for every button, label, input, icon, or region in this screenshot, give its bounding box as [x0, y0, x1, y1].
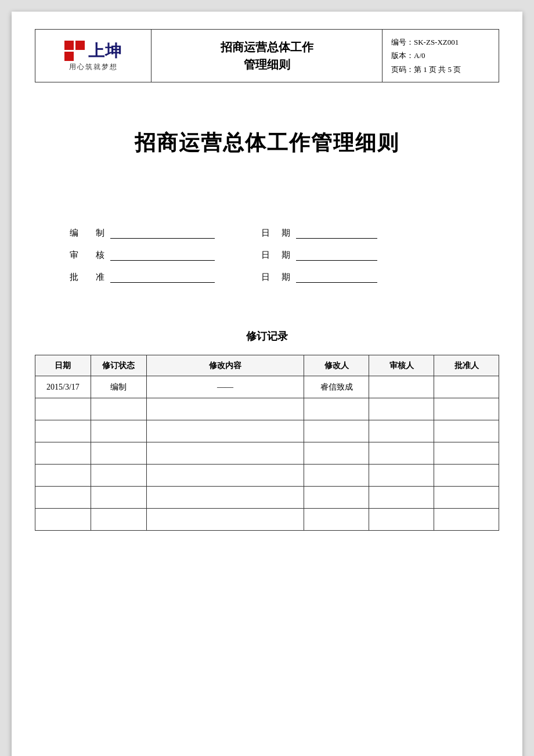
cell-status: [91, 398, 146, 420]
table-row: [35, 398, 499, 420]
revision-section: 修订记录 日期 修订状态 修改内容 修改人 审核人 批准人 2015/3/17编…: [35, 329, 499, 531]
form-label-shenhe: 审核: [70, 250, 104, 261]
revision-table: 日期 修订状态 修改内容 修改人 审核人 批准人 2015/3/17编制——睿信…: [35, 355, 499, 531]
logo-container: 上坤: [64, 40, 122, 62]
version-value: A/0: [414, 51, 425, 60]
form-label-pizhun: 批准: [70, 272, 104, 283]
form-line-shenhe: [110, 249, 215, 261]
cell-modifier: [304, 442, 369, 465]
document-page: 上坤 用心筑就梦想 招商运营总体工作 管理细则 编号：SK-ZS-XZ001 版…: [12, 12, 522, 756]
col-header-approver: 批准人: [434, 355, 499, 376]
cell-reviewer: [369, 465, 434, 487]
table-row: [35, 487, 499, 509]
form-row-bianzi: 编制 日期: [70, 227, 464, 239]
cell-modifier: [304, 398, 369, 420]
col-header-reviewer: 审核人: [369, 355, 434, 376]
form-date-line-2: [296, 249, 377, 261]
table-header-row: 日期 修订状态 修改内容 修改人 审核人 批准人: [35, 355, 499, 376]
page-label: 页码：: [391, 65, 414, 74]
cell-approver: [434, 376, 499, 398]
cell-content: [146, 509, 304, 531]
cell-status: [91, 420, 146, 442]
logo-square-bl: [64, 52, 74, 61]
cell-status: [91, 487, 146, 509]
code-value: SK-ZS-XZ001: [414, 38, 459, 46]
cell-content: [146, 487, 304, 509]
cell-approver: [434, 398, 499, 420]
header-title-line1: 招商运营总体工作: [221, 41, 313, 53]
cell-approver: [434, 487, 499, 509]
cell-status: 编制: [91, 376, 146, 398]
cell-modifier: [304, 420, 369, 442]
cell-content: [146, 442, 304, 465]
form-date-label-2: 日期: [261, 250, 290, 261]
cell-reviewer: [369, 398, 434, 420]
cell-reviewer: [369, 487, 434, 509]
header-code: 编号：SK-ZS-XZ001: [391, 35, 490, 49]
cell-reviewer: [369, 442, 434, 465]
code-label: 编号：: [391, 38, 414, 46]
cell-approver: [434, 442, 499, 465]
logo-square-br-empty: [75, 52, 85, 61]
table-row: [35, 420, 499, 442]
form-section: 编制 日期 审核 日期 批准 日期: [70, 227, 464, 283]
cell-reviewer: [369, 420, 434, 442]
header-title-line2: 管理细则: [244, 58, 290, 71]
header-page: 页码：第 1 页 共 5 页: [391, 63, 490, 76]
cell-modifier: [304, 509, 369, 531]
logo-square-tl: [64, 41, 74, 50]
revision-title: 修订记录: [35, 329, 499, 343]
cell-content: [146, 398, 304, 420]
table-row: 2015/3/17编制——睿信致成: [35, 376, 499, 398]
col-header-status: 修订状态: [91, 355, 146, 376]
header-title-text: 招商运营总体工作 管理细则: [221, 38, 313, 73]
cell-reviewer: [369, 509, 434, 531]
cell-reviewer: [369, 376, 434, 398]
form-date-line-3: [296, 271, 377, 283]
cell-status: [91, 465, 146, 487]
cell-content: ——: [146, 376, 304, 398]
cell-status: [91, 442, 146, 465]
cell-approver: [434, 420, 499, 442]
cell-modifier: [304, 487, 369, 509]
main-title: 招商运营总体工作管理细则: [35, 129, 499, 157]
cell-approver: [434, 465, 499, 487]
logo-squares: [64, 41, 85, 61]
form-row-pizhun: 批准 日期: [70, 271, 464, 283]
page-value: 第 1 页 共 5 页: [414, 65, 461, 74]
form-label-bianzi: 编制: [70, 228, 104, 239]
form-row-shenhe: 审核 日期: [70, 249, 464, 261]
cell-date: 2015/3/17: [35, 376, 91, 398]
col-header-modifier: 修改人: [304, 355, 369, 376]
table-row: [35, 509, 499, 531]
cell-date: [35, 509, 91, 531]
cell-date: [35, 420, 91, 442]
cell-date: [35, 442, 91, 465]
version-label: 版本：: [391, 51, 414, 60]
form-date-line-1: [296, 227, 377, 239]
cell-content: [146, 420, 304, 442]
form-date-label-1: 日期: [261, 228, 290, 239]
cell-approver: [434, 509, 499, 531]
logo-tagline: 用心筑就梦想: [69, 62, 118, 72]
cell-modifier: [304, 465, 369, 487]
company-logo: 上坤 用心筑就梦想: [35, 30, 151, 82]
cell-date: [35, 398, 91, 420]
table-row: [35, 442, 499, 465]
logo-text: 上坤: [88, 40, 122, 62]
cell-content: [146, 465, 304, 487]
cell-modifier: 睿信致成: [304, 376, 369, 398]
col-header-content: 修改内容: [146, 355, 304, 376]
header-version: 版本：A/0: [391, 49, 490, 62]
document-content: 招商运营总体工作管理细则 编制 日期 审核 日期 批准 日期: [12, 129, 522, 554]
col-header-date: 日期: [35, 355, 91, 376]
form-date-label-3: 日期: [261, 272, 290, 283]
cell-status: [91, 509, 146, 531]
header-info: 编号：SK-ZS-XZ001 版本：A/0 页码：第 1 页 共 5 页: [383, 30, 499, 82]
form-line-pizhun: [110, 271, 215, 283]
cell-date: [35, 465, 91, 487]
document-header: 上坤 用心筑就梦想 招商运营总体工作 管理细则 编号：SK-ZS-XZ001 版…: [35, 29, 499, 82]
form-line-bianzi: [110, 227, 215, 239]
header-document-title: 招商运营总体工作 管理细则: [151, 30, 383, 82]
table-row: [35, 465, 499, 487]
